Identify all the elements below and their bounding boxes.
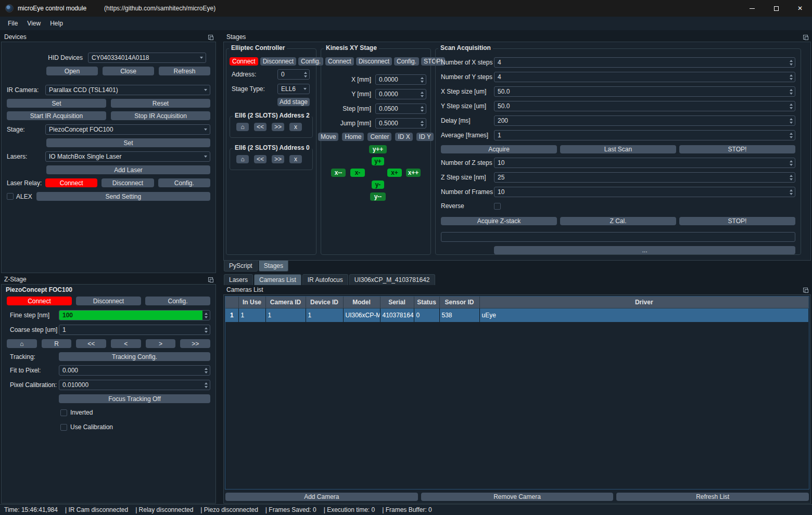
num-x-steps-spinbox[interactable]: 4 bbox=[494, 57, 795, 68]
y-minus-button[interactable]: y- bbox=[372, 181, 384, 189]
spin-up-icon[interactable] bbox=[790, 160, 793, 162]
zstage-connect-button[interactable]: Connect bbox=[7, 297, 72, 305]
spin-down-icon[interactable] bbox=[790, 178, 793, 181]
ir-set-button[interactable]: Set bbox=[7, 99, 106, 108]
browse-button[interactable]: ... bbox=[494, 246, 795, 254]
elliptec-config-button[interactable]: Config. bbox=[298, 57, 323, 66]
spin-up-icon[interactable] bbox=[790, 60, 793, 62]
stage-combo[interactable]: PiezoConcept FOC100 bbox=[45, 124, 210, 135]
dock-float-icon[interactable] bbox=[803, 35, 808, 40]
x-plus-plus-button[interactable]: x++ bbox=[406, 169, 421, 177]
spin-up-icon[interactable] bbox=[421, 121, 424, 123]
spin-up-icon[interactable] bbox=[790, 89, 793, 91]
tab-cameras-list[interactable]: Cameras List bbox=[254, 274, 301, 285]
refresh-list-button[interactable]: Refresh List bbox=[616, 493, 809, 501]
spin-up-icon[interactable] bbox=[205, 327, 208, 329]
spin-up-icon[interactable] bbox=[205, 368, 208, 370]
x-mm-spinbox[interactable]: 0.0000 bbox=[375, 74, 426, 85]
hid-open-button[interactable]: Open bbox=[46, 67, 98, 75]
tab-lasers[interactable]: Lasers bbox=[224, 274, 253, 285]
spin-down-icon[interactable] bbox=[790, 122, 793, 124]
y-mm-spinbox[interactable]: 0.0000 bbox=[375, 89, 426, 99]
dock-float-icon[interactable] bbox=[803, 288, 808, 292]
relay-disconnect-button[interactable]: Disconnect bbox=[102, 178, 154, 187]
x-minus-button[interactable]: x- bbox=[350, 169, 365, 177]
fine-step-spinbox[interactable]: 100 bbox=[59, 310, 210, 320]
table-row[interactable]: 1 1 1 1 UI306xCP-M 4103781642 0 538 uEye bbox=[225, 308, 809, 323]
spin-down-icon[interactable] bbox=[790, 78, 793, 80]
relay-config-button[interactable]: Config. bbox=[158, 178, 210, 187]
spin-down-icon[interactable] bbox=[421, 81, 424, 83]
y-plus-button[interactable]: y+ bbox=[372, 157, 384, 165]
jump-mm-spinbox[interactable]: 0.5000 bbox=[375, 118, 426, 128]
kinesis-config-button[interactable]: Config. bbox=[394, 57, 419, 66]
zstage-config-button[interactable]: Config. bbox=[145, 297, 210, 305]
home-button[interactable]: Home bbox=[342, 133, 364, 141]
move-button[interactable]: Move bbox=[318, 133, 338, 141]
tab-camera-ui306xcp[interactable]: UI306xCP_M_4103781642 bbox=[349, 274, 435, 285]
spin-down-icon[interactable] bbox=[421, 95, 424, 97]
ell6-a0-back-button[interactable]: << bbox=[254, 155, 267, 163]
add-camera-button[interactable]: Add Camera bbox=[225, 493, 418, 501]
minimize-button[interactable] bbox=[740, 0, 764, 17]
z-step-size-spinbox[interactable]: 25 bbox=[494, 172, 795, 183]
ell6-a2-forward-button[interactable]: >> bbox=[272, 123, 284, 131]
stage-set-button[interactable]: Set bbox=[46, 138, 210, 147]
spin-down-icon[interactable] bbox=[421, 110, 424, 112]
alex-checkbox[interactable] bbox=[7, 193, 14, 200]
ell6-a0-home-button[interactable]: ⌂ bbox=[236, 155, 249, 163]
remove-camera-button[interactable]: Remove Camera bbox=[421, 493, 614, 501]
spin-down-icon[interactable] bbox=[205, 316, 208, 318]
spin-up-icon[interactable] bbox=[790, 104, 793, 106]
col-header-serial[interactable]: Serial bbox=[380, 297, 414, 308]
col-header-model[interactable]: Model bbox=[343, 297, 380, 308]
hid-refresh-button[interactable]: Refresh bbox=[159, 67, 210, 75]
zstage-big-down-button[interactable]: << bbox=[76, 339, 106, 348]
ell6-a2-remove-button[interactable]: x bbox=[289, 123, 302, 131]
y-minus-minus-button[interactable]: y-- bbox=[370, 192, 386, 201]
ell6-a2-home-button[interactable]: ⌂ bbox=[236, 123, 249, 131]
zstage-home-button[interactable]: ⌂ bbox=[7, 339, 37, 348]
acquire-z-stack-button[interactable]: Acquire Z-stack bbox=[441, 217, 557, 225]
address-spinbox[interactable]: 0 bbox=[277, 69, 310, 80]
ell6-a0-forward-button[interactable]: >> bbox=[272, 155, 284, 163]
relay-connect-button[interactable]: Connect bbox=[45, 178, 97, 187]
add-stage-button[interactable]: Add stage bbox=[277, 98, 310, 106]
dock-float-icon[interactable] bbox=[208, 35, 213, 40]
spin-up-icon[interactable] bbox=[304, 72, 307, 74]
kinesis-disconnect-button[interactable]: Disconnect bbox=[356, 57, 392, 66]
col-header-sensor-id[interactable]: Sensor ID bbox=[439, 297, 479, 308]
elliptec-disconnect-button[interactable]: Disconnect bbox=[260, 57, 296, 66]
spin-down-icon[interactable] bbox=[790, 164, 793, 166]
spin-up-icon[interactable] bbox=[205, 313, 208, 315]
tab-ir-autofocus[interactable]: IR Autofocus bbox=[302, 274, 348, 285]
y-step-size-spinbox[interactable]: 50.0 bbox=[494, 101, 795, 111]
maximize-button[interactable] bbox=[764, 0, 788, 17]
average-frames-spinbox[interactable]: 1 bbox=[494, 130, 795, 140]
scan-stop-button[interactable]: STOP! bbox=[679, 145, 795, 153]
ir-reset-button[interactable]: Reset bbox=[111, 99, 210, 108]
focus-tracking-toggle-button[interactable]: Focus Tracking Off bbox=[59, 394, 210, 403]
add-laser-button[interactable]: Add Laser bbox=[46, 165, 210, 174]
col-header-device-id[interactable]: Device ID bbox=[306, 297, 343, 308]
tab-pyscript[interactable]: PyScript bbox=[224, 261, 258, 272]
delay-spinbox[interactable]: 200 bbox=[494, 115, 795, 126]
z-stop-button[interactable]: STOP! bbox=[679, 217, 795, 225]
acquire-button[interactable]: Acquire bbox=[441, 145, 557, 153]
col-header-camera-id[interactable]: Camera ID bbox=[265, 297, 306, 308]
zstage-up-button[interactable]: > bbox=[146, 339, 176, 348]
spin-up-icon[interactable] bbox=[790, 74, 793, 76]
last-scan-button[interactable]: Last Scan bbox=[560, 145, 676, 153]
menu-file[interactable]: File bbox=[3, 18, 22, 29]
spin-up-icon[interactable] bbox=[790, 133, 793, 135]
spin-up-icon[interactable] bbox=[205, 382, 208, 384]
spin-up-icon[interactable] bbox=[421, 77, 424, 79]
lasers-combo[interactable]: IO MatchBox Single Laser bbox=[45, 151, 210, 162]
x-plus-button[interactable]: x+ bbox=[387, 169, 402, 177]
pixel-calibration-spinbox[interactable]: 0.010000 bbox=[59, 380, 210, 390]
hid-devices-combo[interactable]: CY040334014A0118 bbox=[88, 53, 206, 63]
zstage-down-button[interactable]: < bbox=[111, 339, 141, 348]
spin-down-icon[interactable] bbox=[421, 124, 424, 126]
stage-type-combo[interactable]: ELL6 bbox=[277, 84, 310, 94]
num-z-steps-spinbox[interactable]: 10 bbox=[494, 158, 795, 168]
